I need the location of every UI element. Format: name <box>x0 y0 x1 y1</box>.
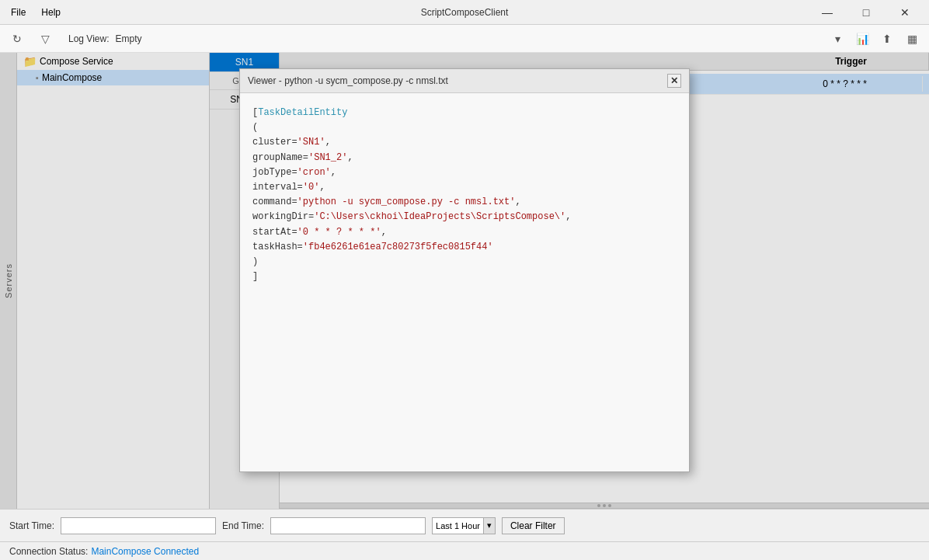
connection-status-label: Connection Status: <box>9 546 88 557</box>
title-bar-left: File Help <box>6 5 65 19</box>
modal-title: Viewer - python -u sycm_compose.py -c nm… <box>248 75 448 86</box>
code-line-2: ( <box>252 120 677 135</box>
status-bar: Connection Status: MainCompose Connected <box>0 541 929 560</box>
dropdown-button[interactable]: ▾ <box>826 28 848 50</box>
minimize-button[interactable]: — <box>809 1 845 24</box>
start-time-label: Start Time: <box>9 520 54 531</box>
grid-icon: ▦ <box>907 33 917 45</box>
refresh-button[interactable]: ↻ <box>6 28 28 50</box>
menu-help[interactable]: Help <box>37 5 65 19</box>
toolbar: ↻ ▽ Log View: Empty ▾ 📊 ⬆ ▦ <box>0 25 929 53</box>
code-line-8: workingDir='C:\Users\ckhoi\IdeaProjects\… <box>252 210 677 224</box>
code-line-12: ] <box>252 270 677 284</box>
chart-button[interactable]: 📊 <box>851 28 873 50</box>
code-line-4: groupName='SN1_2', <box>252 151 677 165</box>
upload-icon: ⬆ <box>882 33 892 45</box>
bottom-bar: Start Time: End Time: Last 1 Hour ▾ Clea… <box>0 509 929 541</box>
modal-close-button[interactable]: ✕ <box>667 74 681 88</box>
window-title: ScriptComposeClient <box>421 7 509 18</box>
time-range-label: Last 1 Hour <box>433 521 483 530</box>
viewer-modal: Viewer - python -u sycm_compose.py -c nm… <box>239 68 690 472</box>
menu-file[interactable]: File <box>6 5 30 19</box>
refresh-icon: ↻ <box>12 33 22 45</box>
start-time-input[interactable] <box>61 517 216 534</box>
modal-body: [TaskDetailEntity ( cluster='SN1', group… <box>240 93 689 471</box>
dropdown-arrow-icon: ▾ <box>483 518 495 534</box>
time-range-dropdown[interactable]: Last 1 Hour ▾ <box>432 517 496 534</box>
log-view-value: Empty <box>115 33 141 44</box>
code-line-1: [TaskDetailEntity <box>252 106 677 120</box>
chart-icon: 📊 <box>856 33 869 45</box>
toolbar-right: ▾ 📊 ⬆ ▦ <box>826 28 923 50</box>
log-view-label: Log View: <box>68 33 109 44</box>
dropdown-icon: ▾ <box>835 33 840 45</box>
end-time-label: End Time: <box>222 520 264 531</box>
code-line-11: ) <box>252 255 677 270</box>
code-line-9: startAt='0 * * ? * * *', <box>252 225 677 240</box>
grid-button[interactable]: ▦ <box>901 28 923 50</box>
main-content: Servers 📁 Compose Service ▪ MainCompose … <box>0 53 929 509</box>
code-line-10: taskHash='fb4e6261e61ea7c80273f5fec0815f… <box>252 240 677 255</box>
connection-status-value: MainCompose Connected <box>91 546 199 557</box>
filter-icon: ▽ <box>41 33 50 45</box>
code-line-5: jobType='cron', <box>252 165 677 180</box>
window-controls: — □ ✕ <box>809 1 923 24</box>
modal-overlay: Viewer - python -u sycm_compose.py -c nm… <box>0 53 929 509</box>
menu-bar: File Help <box>6 5 65 19</box>
upload-button[interactable]: ⬆ <box>876 28 898 50</box>
modal-title-bar: Viewer - python -u sycm_compose.py -c nm… <box>240 69 689 93</box>
clear-filter-button[interactable]: Clear Filter <box>502 517 565 534</box>
code-line-6: interval='0', <box>252 180 677 195</box>
end-time-input[interactable] <box>270 517 426 534</box>
title-bar: File Help ScriptComposeClient — □ ✕ <box>0 0 929 25</box>
code-line-7: command='python -u sycm_compose.py -c nm… <box>252 195 677 210</box>
close-button[interactable]: ✕ <box>887 1 923 24</box>
code-line-3: cluster='SN1', <box>252 135 677 150</box>
filter-button[interactable]: ▽ <box>34 28 56 50</box>
maximize-button[interactable]: □ <box>848 1 884 24</box>
